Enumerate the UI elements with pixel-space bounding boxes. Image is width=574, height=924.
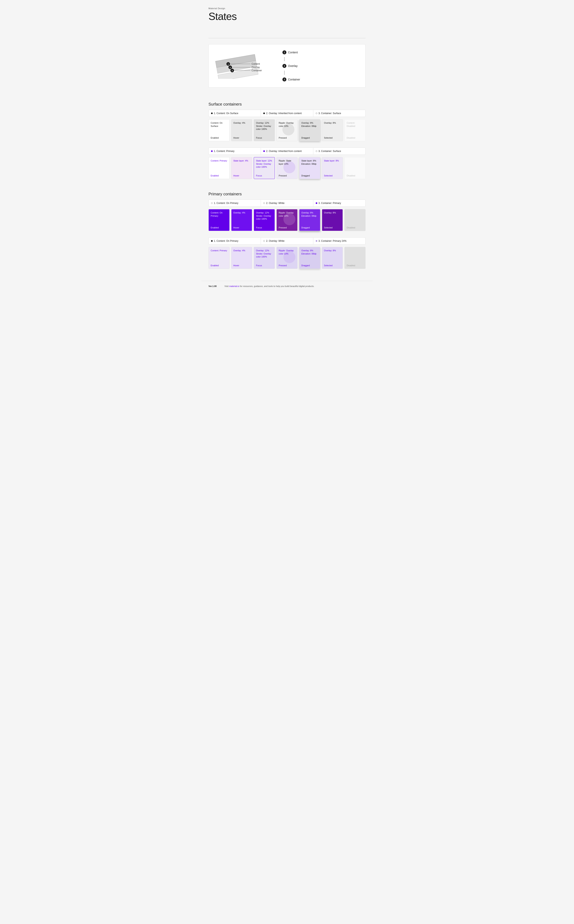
badge-1: 1 xyxy=(282,50,286,54)
card-top-text: Overlay: 8%Elevation: 08dp xyxy=(301,249,318,255)
surface-row2-tab2-label: 2. Overlay: Inherited from content xyxy=(266,150,301,152)
card-bottom-label: Focus xyxy=(256,226,273,229)
state-card-p24-dragged: Overlay: 8%Elevation: 08dp Dragged xyxy=(299,247,320,269)
card-bottom-label: Enabled xyxy=(211,264,227,267)
card-bottom-label: Selected xyxy=(324,174,341,177)
dot-empty-icon xyxy=(263,202,265,204)
card-bottom-label: Hover xyxy=(233,174,250,177)
card-top-text: Content: On Surface xyxy=(211,121,227,128)
state-card-pc-pressed: Ripple: Overlay color 10% Pressed xyxy=(276,209,298,231)
card-bottom-label: Enabled xyxy=(211,137,227,139)
state-card-enabled: Content: On Surface Enabled xyxy=(208,119,230,141)
badge-2: 2 xyxy=(282,64,286,68)
primary-tab2: 2. Overlay: White xyxy=(261,200,313,206)
dot-primary-icon xyxy=(211,150,213,152)
card-bottom-label: Disabled xyxy=(347,264,363,267)
primary-row2-tab2: 2. Overlay: White xyxy=(261,237,313,244)
surface-row2-tab1: 1. Content: Primary xyxy=(209,148,261,154)
card-bottom-label: Enabled xyxy=(211,174,227,177)
card-bottom-label: Dragged xyxy=(301,137,318,139)
primary-containers-heading: Primary containers xyxy=(201,192,373,196)
card-top-text: Overlay: 12%Stroke: Overlay color 100% xyxy=(256,121,273,130)
ripple-effect xyxy=(282,124,294,135)
state-card-primary-dragged: State layer: 8%Elevation: 08dp Dragged xyxy=(299,157,320,179)
primary-tab1-label: 1. Content: On Primary xyxy=(214,202,238,204)
state-card-p24-hover: Overlay: 4% Hover xyxy=(231,247,252,269)
state-card-focus: Overlay: 12%Stroke: Overlay color 100% F… xyxy=(254,119,275,141)
card-bottom-label: Hover xyxy=(233,137,250,139)
primary-tab1: 1. Content: On Primary xyxy=(209,200,261,206)
surface-tab1-label: 1. Content: On Surface xyxy=(214,112,238,115)
dot-empty-icon xyxy=(211,202,213,204)
surface-tab1-overlay: 2. Overlay: Inherited from content xyxy=(261,110,313,117)
ripple-p24-effect xyxy=(284,251,295,263)
header-divider xyxy=(208,38,366,38)
legend-item-content: 1 Content xyxy=(282,50,298,54)
primary-row2-tabs: 1. Content: On Primary 2. Overlay: White… xyxy=(208,237,366,245)
card-bottom-label: Focus xyxy=(256,174,273,177)
card-top-text: Overlay: 4% xyxy=(233,121,250,124)
state-card-p24-focus: Overlay: 12%Stroke: Overlay color 100% F… xyxy=(254,247,275,269)
surface-tab1-container-label: 3. Container: Surface xyxy=(319,112,341,115)
state-card-pc-disabled: Disabled xyxy=(344,209,366,231)
svg-text:Overlay: Overlay xyxy=(252,66,260,69)
dot-empty-icon xyxy=(263,240,265,242)
primary-row2-tab3: 3. Container: Primary 24% xyxy=(313,237,365,244)
card-bottom-label: Focus xyxy=(256,137,273,139)
card-top-text: Overlay: 8%Elevation: 08dp xyxy=(301,121,318,128)
surface-tab1-content: 1. Content: On Surface xyxy=(209,110,261,117)
legend-item-container: 3 Container xyxy=(282,77,300,82)
state-card-primary-enabled: Content: Primary Enabled xyxy=(208,157,230,179)
state-card-p24-pressed: Ripple: Overlay color 10% Pressed xyxy=(276,247,298,269)
footer-link[interactable]: material.io xyxy=(229,285,240,288)
surface-row2-tab3-label: 3. Container: Surface xyxy=(319,150,341,152)
card-bottom-label: Focus xyxy=(256,264,273,267)
surface-tab1-container: 3. Container: Surface xyxy=(313,110,365,117)
primary-row2-tab1: 1. Content: On Primary xyxy=(209,237,261,244)
card-bottom-label: Pressed xyxy=(279,226,295,229)
svg-text:2: 2 xyxy=(230,66,230,69)
state-card-primary-disabled: Disabled xyxy=(344,157,366,179)
ripple-primary-effect xyxy=(284,161,295,173)
svg-text:Content: Content xyxy=(252,63,260,65)
footer: Ver.1.00 Visit material.io for resources… xyxy=(201,281,373,291)
card-top-text: State layer: 8% xyxy=(324,159,341,162)
state-card-primary-pressed: Ripple: State layer 10% Pressed xyxy=(276,157,298,179)
surface-row2-cards: Content: Primary Enabled State layer: 4%… xyxy=(208,157,366,179)
primary-row2-tab3-label: 3. Container: Primary 24% xyxy=(319,240,347,242)
card-bottom-label: Enabled xyxy=(211,226,227,229)
state-card-dragged: Overlay: 8%Elevation: 08dp Dragged xyxy=(299,119,320,141)
card-top-text: Overlay: 12%Stroke: Overlay color 100% xyxy=(256,211,273,220)
surface-row2-tab2: 2. Overlay: Inherited from content xyxy=(261,148,313,154)
state-card-hover: Overlay: 4% Hover xyxy=(231,119,252,141)
state-card-pc-focus: Overlay: 12%Stroke: Overlay color 100% F… xyxy=(254,209,275,231)
state-card-primary-hover: State layer: 4% Hover xyxy=(231,157,252,179)
card-top-text: Overlay: 8% xyxy=(324,249,341,252)
dot-primary-light-icon xyxy=(316,240,317,242)
layers-diagram: 1 2 3 Content Overlay Container 1 Conten… xyxy=(208,44,366,88)
dot-filled-icon xyxy=(211,240,213,242)
state-card-p24-enabled: Content: Primary Enabled xyxy=(208,247,230,269)
state-card-pressed: Ripple: Overlay color 10% Pressed xyxy=(276,119,298,141)
state-card-pc-selected: Overlay: 8% Selected xyxy=(322,209,343,231)
primary-row2-cards: Content: Primary Enabled Overlay: 4% Hov… xyxy=(208,247,366,269)
card-top-text: Content: On Primary xyxy=(211,211,227,217)
card-bottom-label: Dragged xyxy=(301,264,318,267)
legend-dotted-2 xyxy=(284,71,285,75)
state-card-pc-hover: Overlay: 4% Hover xyxy=(231,209,252,231)
dot-empty-icon xyxy=(316,113,317,114)
legend-overlay-label: Overlay xyxy=(288,64,298,68)
card-bottom-label: Disabled xyxy=(347,226,363,229)
primary-row1-cards: Content: On Primary Enabled Overlay: 4% … xyxy=(208,209,366,231)
svg-text:Container: Container xyxy=(252,69,262,72)
state-card-pc-dragged: Overlay: 8%Elevation: 08dp Dragged xyxy=(299,209,320,231)
surface-tab1-overlay-label: 2. Overlay: Inherited from content xyxy=(266,112,301,115)
state-card-primary-selected: State layer: 8% Selected xyxy=(322,157,343,179)
legend-item-overlay: 2 Overlay xyxy=(282,64,298,68)
card-bottom-label: Disabled xyxy=(347,137,363,139)
dot-filled-icon xyxy=(263,113,265,114)
legend-content-label: Content xyxy=(288,51,298,54)
state-card-disabled: Content: Disabled Disabled xyxy=(344,119,366,141)
card-bottom-label: Pressed xyxy=(279,264,295,267)
card-bottom-label: Hover xyxy=(233,264,250,267)
